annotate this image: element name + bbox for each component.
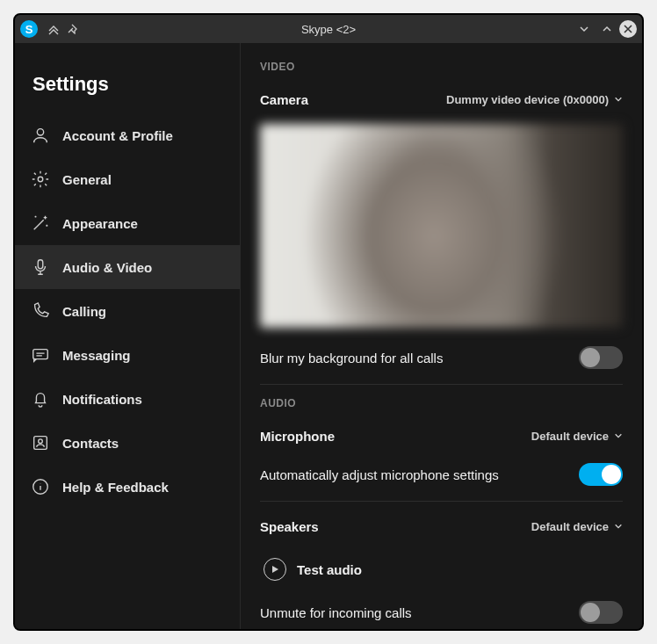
speakers-row: Speakers Default device [260, 507, 623, 546]
sidebar-item-label: Help & Feedback [62, 480, 169, 495]
app-window: S Skype <2> Settings Account & ProfileGe… [13, 13, 644, 631]
pin-icon[interactable] [64, 20, 82, 38]
sidebar-item-calling[interactable]: Calling [15, 289, 240, 333]
sidebar-item-messaging[interactable]: Messaging [15, 333, 240, 377]
close-icon[interactable] [619, 20, 637, 38]
collapse-up-icon[interactable] [45, 20, 62, 38]
chevron-down-icon [614, 522, 623, 531]
sidebar-item-appearance[interactable]: Appearance [15, 201, 240, 245]
unmute-incoming-label: Unmute for incoming calls [260, 605, 412, 620]
sidebar-item-label: Contacts [62, 436, 119, 451]
microphone-icon [31, 257, 50, 277]
info-icon [31, 477, 50, 496]
sidebar-item-label: Account & Profile [62, 128, 173, 143]
settings-panel: VIDEO Camera Dummy video device (0x0000)… [240, 43, 642, 629]
contacts-icon [31, 433, 50, 452]
account-icon [31, 126, 50, 145]
phone-icon [31, 301, 50, 321]
chevron-down-icon [614, 431, 623, 440]
microphone-value: Default device [531, 430, 609, 443]
svg-rect-2 [38, 260, 43, 269]
titlebar: S Skype <2> [15, 15, 642, 43]
test-audio-label: Test audio [297, 562, 362, 577]
microphone-row: Microphone Default device [260, 416, 623, 455]
window-title: Skype <2> [15, 23, 642, 36]
camera-value: Dummy video device (0x0000) [446, 93, 609, 106]
sidebar-item-account-profile[interactable]: Account & Profile [15, 113, 240, 157]
svg-point-0 [37, 129, 43, 135]
wand-icon [31, 213, 50, 233]
chevron-down-icon[interactable] [575, 20, 593, 38]
sidebar-item-notifications[interactable]: Notifications [15, 377, 240, 421]
gear-icon [31, 170, 50, 189]
sidebar-item-label: Audio & Video [62, 260, 152, 275]
speakers-dropdown[interactable]: Default device [531, 520, 623, 533]
audio-section-label: AUDIO [260, 397, 623, 409]
camera-dropdown[interactable]: Dummy video device (0x0000) [446, 93, 623, 106]
sidebar-item-label: Notifications [62, 392, 142, 407]
unmute-incoming-row: Unmute for incoming calls [260, 593, 623, 629]
microphone-dropdown[interactable]: Default device [531, 430, 623, 443]
play-icon [264, 558, 286, 581]
svg-point-5 [39, 439, 43, 444]
blur-background-label: Blur my background for all calls [260, 351, 443, 365]
auto-adjust-mic-toggle[interactable] [579, 463, 623, 486]
blur-background-row: Blur my background for all calls [260, 338, 623, 377]
skype-app-icon: S [20, 20, 38, 38]
sidebar-item-audio-video[interactable]: Audio & Video [15, 245, 240, 289]
settings-title: Settings [15, 52, 240, 113]
chevron-down-icon [614, 95, 623, 104]
video-section-label: VIDEO [260, 61, 623, 73]
sidebar-item-label: General [62, 172, 112, 187]
auto-adjust-mic-row: Automatically adjust microphone settings [260, 455, 623, 494]
svg-rect-3 [33, 350, 48, 359]
chat-icon [31, 345, 50, 365]
camera-preview [260, 124, 623, 328]
auto-adjust-mic-label: Automatically adjust microphone settings [260, 467, 499, 482]
camera-label: Camera [260, 92, 308, 107]
chevron-up-icon[interactable] [598, 20, 616, 38]
test-audio-button[interactable]: Test audio [260, 546, 623, 593]
blur-background-toggle[interactable] [579, 346, 623, 369]
camera-row: Camera Dummy video device (0x0000) [260, 80, 623, 119]
speakers-value: Default device [531, 520, 609, 533]
speakers-label: Speakers [260, 519, 319, 534]
bell-icon [31, 389, 50, 409]
sidebar-item-label: Appearance [62, 216, 138, 231]
content: Settings Account & ProfileGeneralAppeara… [15, 43, 642, 629]
svg-point-1 [38, 177, 43, 182]
microphone-label: Microphone [260, 429, 335, 444]
unmute-incoming-toggle[interactable] [579, 601, 623, 624]
sidebar-item-label: Messaging [62, 348, 131, 363]
divider [260, 501, 623, 502]
sidebar-item-contacts[interactable]: Contacts [15, 421, 240, 465]
divider [260, 384, 623, 385]
sidebar-item-help-feedback[interactable]: Help & Feedback [15, 465, 240, 509]
sidebar: Settings Account & ProfileGeneralAppeara… [15, 43, 240, 629]
sidebar-item-general[interactable]: General [15, 157, 240, 201]
sidebar-item-label: Calling [62, 304, 106, 319]
